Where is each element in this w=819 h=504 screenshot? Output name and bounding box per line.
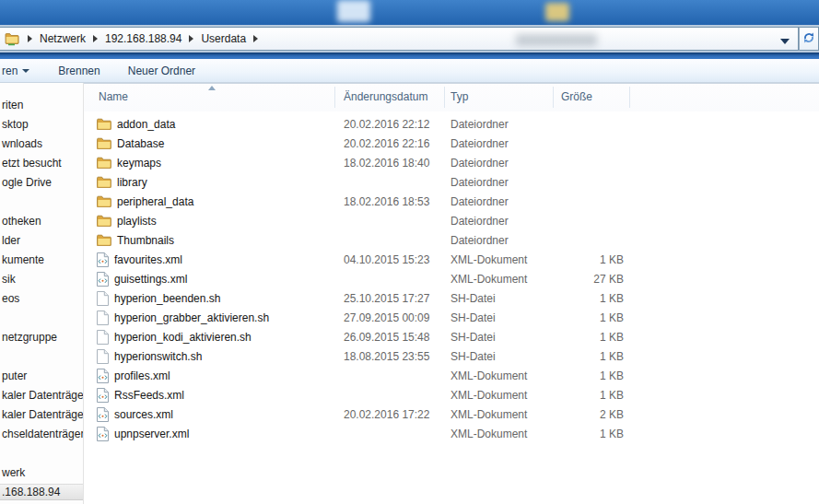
sh-icon <box>97 311 109 325</box>
folder-icon <box>97 195 111 207</box>
breadcrumb-arrow-icon <box>93 35 98 42</box>
file-type: Dateiordner <box>450 137 554 150</box>
file-name: sources.xml <box>114 408 173 421</box>
sidebar-item[interactable]: kaler Datenträger <box>0 406 83 423</box>
file-row[interactable]: playlistsDateiordner <box>84 211 819 230</box>
xml-icon <box>97 427 109 441</box>
file-name-cell: guisettings.xml <box>84 272 344 287</box>
toolbar-neuer-ordner-button[interactable]: Neuer Ordner <box>128 64 195 77</box>
address-bar-row: Netzwerk 192.168.188.94 Userdata <box>0 25 819 53</box>
toolbar-organisieren-button[interactable]: ren <box>2 64 29 77</box>
breadcrumb-item-host[interactable]: 192.168.188.94 <box>105 32 181 45</box>
column-divider[interactable] <box>444 87 445 108</box>
sidebar-item[interactable]: ogle Drive <box>0 174 83 191</box>
file-date: 18.02.2016 18:40 <box>344 157 450 170</box>
sidebar-item[interactable]: otheken <box>0 213 83 229</box>
file-name-cell: keymaps <box>84 157 344 170</box>
breadcrumb-item-userdata[interactable]: Userdata <box>201 32 246 45</box>
file-name: Thumbnails <box>117 234 174 247</box>
toolbar-button-label: Neuer Ordner <box>128 64 195 77</box>
file-type: Dateiordner <box>450 234 554 247</box>
sidebar-item[interactable]: werk <box>0 464 83 481</box>
file-row[interactable]: hyperion_beenden.sh25.10.2015 17:27SH-Da… <box>84 288 819 308</box>
file-row[interactable]: peripheral_data18.02.2016 18:53Dateiordn… <box>84 192 819 211</box>
file-date: 18.02.2016 18:53 <box>344 195 450 208</box>
folder-icon <box>97 137 111 149</box>
file-type: XML-Dokument <box>450 389 554 402</box>
sidebar-item[interactable]: chseldatenträger <box>0 426 83 442</box>
file-name-cell: playlists <box>84 215 344 228</box>
file-row[interactable]: favourites.xml04.10.2015 15:23XML-Dokume… <box>84 250 819 269</box>
folder-icon <box>97 176 111 188</box>
column-header-type[interactable]: Typ <box>450 90 468 103</box>
network-share-folder-icon <box>5 32 20 46</box>
sidebar-item[interactable]: puter <box>0 368 83 384</box>
file-list: addon_data20.02.2016 22:12DateiordnerDat… <box>84 114 819 443</box>
address-dropdown-icon[interactable] <box>780 39 790 44</box>
sidebar-item[interactable]: kaler Datenträger <box>0 387 83 404</box>
file-name-cell: hyperion_beenden.sh <box>84 291 344 306</box>
refresh-button[interactable] <box>799 27 819 51</box>
refresh-icon <box>802 31 815 47</box>
column-header-name[interactable]: Name <box>99 90 128 103</box>
file-type: XML-Dokument <box>450 253 554 266</box>
file-type: Dateiordner <box>450 118 554 131</box>
file-name: peripheral_data <box>117 195 193 208</box>
file-row[interactable]: ThumbnailsDateiordner <box>84 230 819 250</box>
file-name: hyperion_beenden.sh <box>114 292 220 305</box>
sidebar-item[interactable]: netzgruppe <box>0 329 83 346</box>
file-row[interactable]: sources.xml20.02.2016 17:22XML-Dokument2… <box>84 404 819 424</box>
file-row[interactable]: hyperion_grabber_aktivieren.sh27.09.2015… <box>84 308 819 327</box>
file-name: Database <box>117 137 164 150</box>
file-row[interactable]: addon_data20.02.2016 22:12Dateiordner <box>84 114 819 134</box>
column-divider[interactable] <box>334 87 335 108</box>
sidebar-item[interactable]: kumente <box>0 252 83 268</box>
file-date: 27.09.2015 00:09 <box>344 311 450 324</box>
sidebar-item[interactable]: lder <box>0 232 83 249</box>
file-type: XML-Dokument <box>450 408 554 421</box>
file-type: Dateiordner <box>450 176 554 189</box>
column-header-size[interactable]: Größe <box>561 90 592 103</box>
file-name: guisettings.xml <box>114 273 187 286</box>
toolbar-button-label: ren <box>2 64 18 77</box>
file-row[interactable]: Database20.02.2016 22:16Dateiordner <box>84 134 819 153</box>
sidebar-item[interactable]: wnloads <box>0 135 83 152</box>
column-header-date[interactable]: Änderungsdatum <box>344 90 427 103</box>
file-type: Dateiordner <box>450 195 554 208</box>
column-divider[interactable] <box>629 87 630 108</box>
file-size: 27 KB <box>554 273 624 286</box>
file-row[interactable]: RssFeeds.xmlXML-Dokument1 KB <box>84 385 819 404</box>
breadcrumb-arrow-icon <box>28 35 32 42</box>
file-name: keymaps <box>117 157 161 170</box>
blurred-desktop-icon <box>337 0 370 22</box>
file-row[interactable]: keymaps18.02.2016 18:40Dateiordner <box>84 153 819 172</box>
file-row[interactable]: upnpserver.xmlXML-Dokument1 KB <box>84 424 819 443</box>
file-list-pane: Name Änderungsdatum Typ Größe addon_data… <box>84 83 819 504</box>
file-name: RssFeeds.xml <box>114 389 184 402</box>
file-type: XML-Dokument <box>450 369 554 382</box>
file-row[interactable]: guisettings.xmlXML-Dokument27 KB <box>84 269 819 288</box>
file-row[interactable]: profiles.xmlXML-Dokument1 KB <box>84 366 819 385</box>
file-date: 20.02.2016 17:22 <box>344 408 450 421</box>
folder-icon <box>97 215 111 227</box>
sidebar-item[interactable]: etzt besucht <box>0 155 83 171</box>
file-name: upnpserver.xml <box>114 428 189 440</box>
sidebar-item[interactable]: sik <box>0 271 83 287</box>
file-row[interactable]: libraryDateiordner <box>84 172 819 192</box>
file-type: SH-Datei <box>450 331 554 344</box>
sidebar-item[interactable]: riten <box>0 97 83 113</box>
file-row[interactable]: hyperionswitch.sh18.08.2015 23:55SH-Date… <box>84 346 819 366</box>
sidebar-item[interactable]: .168.188.94 <box>0 484 83 500</box>
file-row[interactable]: hyperion_kodi_aktivieren.sh26.09.2015 15… <box>84 327 819 346</box>
address-breadcrumb-bar[interactable]: Netzwerk 192.168.188.94 Userdata <box>0 27 799 51</box>
sh-icon <box>97 330 109 345</box>
file-size: 1 KB <box>554 350 624 363</box>
column-divider[interactable] <box>553 87 554 108</box>
sidebar-item[interactable]: sktop <box>0 116 83 133</box>
toolbar-brennen-button[interactable]: Brennen <box>58 64 99 77</box>
file-size: 1 KB <box>554 292 624 305</box>
breadcrumb-item-netzwerk[interactable]: Netzwerk <box>40 32 86 45</box>
file-name-cell: sources.xml <box>84 407 344 422</box>
file-name-cell: library <box>84 176 344 189</box>
sidebar-item[interactable]: eos <box>0 290 83 307</box>
